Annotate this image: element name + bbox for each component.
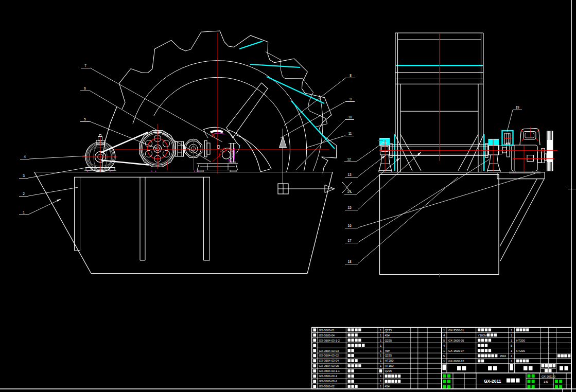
svg-text:Q235: Q235: [385, 329, 392, 332]
svg-text:GX-3604-03-03: GX-3604-03-03: [319, 349, 339, 352]
svg-text:11: 11: [348, 132, 352, 135]
svg-text:GX-3604-03-04: GX-3604-03-04: [319, 359, 339, 362]
svg-text:Q235: Q235: [385, 369, 392, 372]
svg-text:GX-3604-03-02: GX-3604-03-02: [319, 354, 339, 357]
svg-text:1: 1: [380, 349, 381, 352]
svg-text:17: 17: [347, 239, 352, 242]
svg-text:5: 5: [443, 339, 445, 342]
svg-text:HT150: HT150: [385, 364, 394, 367]
svg-text:1: 1: [380, 364, 381, 367]
svg-text:1: 1: [380, 329, 381, 332]
svg-text:3516: 3516: [500, 354, 506, 358]
svg-text:14: 14: [347, 190, 351, 193]
svg-text:1: 1: [380, 380, 381, 383]
svg-text:1: 1: [380, 334, 381, 337]
svg-text:18: 18: [347, 260, 352, 263]
svg-text:1: 1: [511, 360, 512, 363]
svg-text:1: 1: [511, 349, 512, 352]
svg-text:HT200: HT200: [516, 339, 525, 342]
svg-text:1: 1: [443, 349, 445, 352]
svg-text:1: 1: [380, 375, 381, 378]
svg-text:GX-3500-01: GX-3500-01: [448, 329, 464, 332]
svg-text:Q235: Q235: [385, 339, 392, 342]
svg-text:HT200: HT200: [385, 359, 394, 362]
svg-text:1: 1: [380, 385, 381, 388]
svg-text:1: 1: [23, 210, 25, 214]
svg-text:GX-3600-03-1: GX-3600-03-1: [319, 375, 337, 378]
svg-text:GX-2600-05: GX-2600-05: [448, 339, 464, 342]
svg-text:1: 1: [443, 329, 445, 332]
svg-text:1: 1: [380, 339, 381, 342]
svg-text:1: 1: [380, 359, 381, 362]
svg-text:1: 1: [511, 354, 512, 358]
svg-text:1: 1: [511, 329, 512, 332]
svg-text:5: 5: [511, 344, 512, 347]
svg-text:GX-3604-03-1-2: GX-3604-03-1-2: [319, 339, 340, 342]
svg-text:GX-3600-03-1: GX-3600-03-1: [319, 380, 337, 383]
svg-text:1: 1: [380, 344, 381, 347]
svg-text:13: 13: [347, 173, 352, 176]
svg-text:1: 1: [511, 334, 512, 337]
svg-text:Q235: Q235: [385, 354, 392, 357]
svg-text:GX-2611: GX-2611: [484, 379, 501, 384]
svg-text:1: 1: [511, 339, 512, 342]
svg-text:7: 7: [84, 64, 86, 67]
svg-text:1: 1: [443, 360, 445, 363]
svg-text:19: 19: [515, 105, 519, 109]
svg-text:16: 16: [347, 224, 352, 227]
svg-text:GX-3604-03-1-1: GX-3604-03-1-1: [319, 369, 340, 372]
svg-text:Y180M: Y180M: [478, 334, 487, 337]
svg-text:GX-3600-02: GX-3600-02: [319, 385, 335, 388]
svg-text:GX-2600-12: GX-2600-12: [448, 360, 464, 363]
svg-text:GX-3600-07: GX-3600-07: [448, 349, 464, 352]
svg-text:GX-3600-04: GX-3600-04: [319, 334, 335, 337]
svg-text:8: 8: [350, 74, 352, 77]
svg-text:HT200: HT200: [516, 349, 525, 352]
svg-text:10: 10: [348, 115, 352, 119]
svg-text:45#: 45#: [385, 349, 390, 352]
svg-text:GX-3604-03-05: GX-3604-03-05: [319, 364, 339, 367]
svg-text:5: 5: [84, 117, 86, 121]
svg-text:6: 6: [84, 86, 86, 90]
svg-text:4: 4: [24, 155, 26, 158]
svg-text:45#: 45#: [385, 385, 390, 388]
svg-text:GX-3600-01: GX-3600-01: [319, 329, 335, 332]
svg-text:9: 9: [350, 97, 352, 101]
svg-text:12: 12: [347, 157, 351, 161]
svg-text:GX-2611-0: GX-2611-0: [542, 375, 555, 378]
svg-text:2: 2: [23, 192, 25, 195]
svg-text:5: 5: [443, 354, 445, 358]
svg-text:1:5: 1:5: [544, 380, 548, 383]
svg-text:45#: 45#: [385, 334, 390, 337]
svg-text:15: 15: [347, 206, 352, 209]
svg-text:3: 3: [23, 174, 25, 177]
svg-text:1: 1: [380, 354, 381, 357]
